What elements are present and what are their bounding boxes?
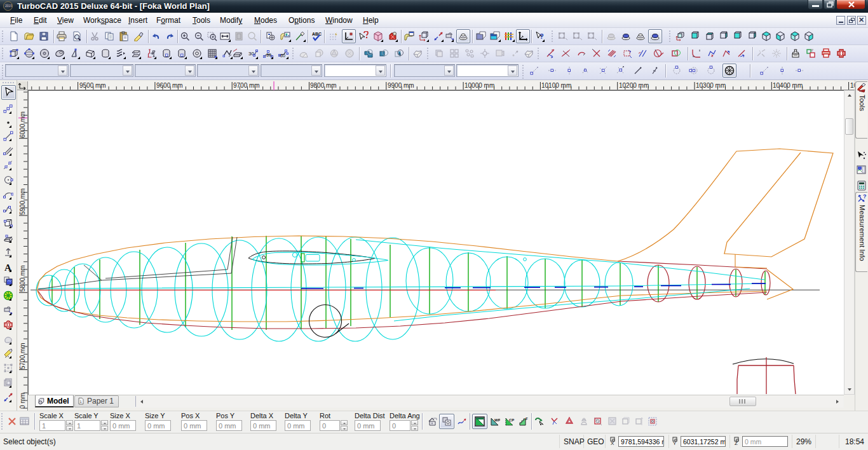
svg-text:Z: Z <box>735 440 738 446</box>
svg-text:CP: CP <box>509 418 514 422</box>
svg-text:WP: WP <box>494 418 500 422</box>
svg-text:ABC: ABC <box>312 32 322 36</box>
svg-text:X: X <box>611 440 614 446</box>
svg-text:30: 30 <box>248 51 254 57</box>
svg-text:F: F <box>526 417 528 421</box>
svg-text:Y: Y <box>673 440 677 446</box>
svg-text:30: 30 <box>280 53 285 58</box>
svg-text:1: 1 <box>79 400 81 404</box>
svg-text:?: ? <box>863 193 867 200</box>
